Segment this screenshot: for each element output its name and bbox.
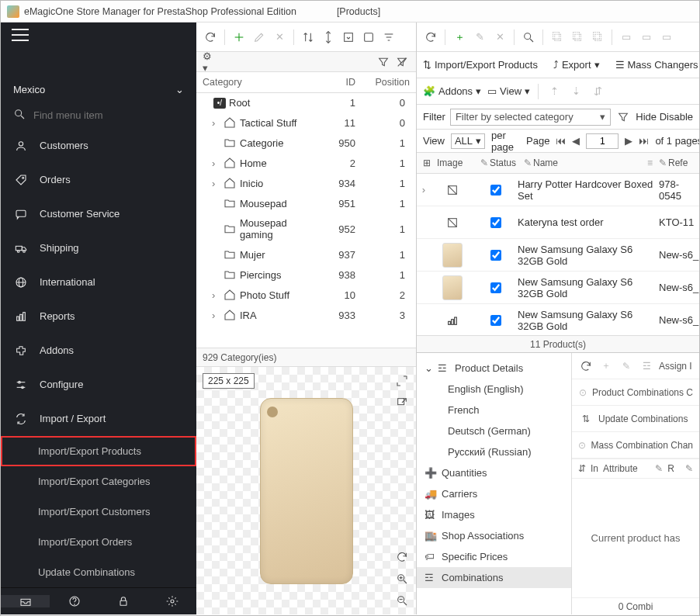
status-checkbox[interactable] xyxy=(490,185,501,196)
first-page-icon[interactable]: ⏮ xyxy=(556,133,566,149)
zoom-out-icon[interactable] xyxy=(394,593,410,608)
export-link[interactable]: ⤴Export ▾ xyxy=(553,59,600,71)
update-combinations-link[interactable]: Update Combinations xyxy=(598,414,688,424)
category-row[interactable]: › Home21 xyxy=(196,153,416,173)
sidebar-sub-import-export-products[interactable]: Import/Export Products xyxy=(1,436,196,466)
detail-section[interactable]: ☲Combinations xyxy=(417,567,571,588)
col-category[interactable]: Category xyxy=(203,77,317,88)
add-icon[interactable] xyxy=(231,29,247,45)
expand-col[interactable]: ⊞ xyxy=(420,156,434,170)
sidebar-item-configure[interactable]: Configure xyxy=(1,368,196,402)
next-page-icon[interactable]: ▶ xyxy=(625,133,632,149)
status-checkbox[interactable] xyxy=(490,217,501,228)
status-checkbox[interactable] xyxy=(490,315,501,326)
col-ref[interactable]: ✎Refe xyxy=(656,156,696,170)
product-row[interactable]: Kateryna test orderKTO-11 xyxy=(417,206,699,239)
sidebar-item-customer-service[interactable]: Customer Service xyxy=(1,197,196,231)
col-id[interactable]: ID xyxy=(317,77,355,88)
region-selector[interactable]: Mexico ⌄ xyxy=(1,78,196,102)
product-row[interactable]: › Harry Potter Hardcover Boxed Set978-05… xyxy=(417,174,699,206)
page-input[interactable] xyxy=(586,133,619,149)
sort-down-icon[interactable]: ⇣ xyxy=(568,84,584,99)
menu-search[interactable] xyxy=(1,102,196,129)
sidebar-item-import-export[interactable]: Import / Export xyxy=(1,402,196,436)
category-row[interactable]: Categorie9501 xyxy=(196,133,416,153)
sidebar-item-shipping[interactable]: Shipping xyxy=(1,231,196,265)
sidebar-sub-import-export-orders[interactable]: Import/Export Orders xyxy=(1,527,196,557)
copy-icon[interactable]: ⿻ xyxy=(549,29,565,45)
lang-item[interactable]: English (English) xyxy=(417,379,571,400)
edit-icon[interactable] xyxy=(251,29,267,45)
import-export-link[interactable]: ⇅Import/Export Products xyxy=(423,59,538,71)
sort-swap-icon[interactable]: ⇵ xyxy=(590,84,605,99)
assign-link[interactable]: Assign I xyxy=(659,361,692,372)
product-details-header[interactable]: ⌄☲Product Details xyxy=(417,358,571,379)
col-name[interactable]: ✎Name≡ xyxy=(521,156,656,170)
lang-item[interactable]: French xyxy=(417,400,571,420)
sidebar-sub-import-export-customers[interactable]: Import/Export Customers xyxy=(1,497,196,527)
help-icon[interactable] xyxy=(50,595,99,607)
mass-combination-link[interactable]: Mass Combination Chan xyxy=(591,440,693,451)
sidebar-sub-update-combinations[interactable]: Update Combinations xyxy=(1,557,196,587)
product-combinations-link[interactable]: Product Combinations C xyxy=(592,387,693,398)
delete-icon[interactable]: ✕ xyxy=(492,29,508,45)
mass-changers-link[interactable]: ☰Mass Changers ▾ xyxy=(615,59,700,71)
status-checkbox[interactable] xyxy=(490,250,501,261)
sidebar-item-orders[interactable]: Orders xyxy=(1,163,196,197)
delete-icon[interactable]: ✕ xyxy=(272,29,287,45)
copy3-icon[interactable]: ⿻ xyxy=(590,29,605,45)
category-row[interactable]: Mujer9371 xyxy=(196,244,416,265)
popout-icon[interactable] xyxy=(394,395,410,410)
funnel-clear-icon[interactable] xyxy=(394,54,410,70)
filter-select[interactable]: Filter by selected category▾ xyxy=(450,109,611,126)
funnel-icon[interactable] xyxy=(376,54,391,70)
sidebar-item-addons[interactable]: Addons xyxy=(1,334,196,368)
status-checkbox[interactable] xyxy=(490,282,501,293)
search-icon[interactable] xyxy=(521,29,536,45)
category-row[interactable]: •/ Root10 xyxy=(196,93,416,112)
filter-list-icon[interactable] xyxy=(381,29,397,45)
sort-up-icon[interactable]: ⇡ xyxy=(546,84,562,99)
funnel-icon[interactable] xyxy=(615,109,631,125)
sidebar-item-international[interactable]: International xyxy=(1,265,196,299)
clip2-icon[interactable]: ▭ xyxy=(639,29,654,45)
gear-icon[interactable] xyxy=(147,595,196,607)
category-row[interactable]: Piercings9381 xyxy=(196,265,416,285)
category-row[interactable]: › Photo Stuff102 xyxy=(196,285,416,305)
detail-section[interactable]: ➕Quantities xyxy=(417,462,571,483)
refresh-icon[interactable] xyxy=(423,29,438,45)
category-row[interactable]: › Inicio9341 xyxy=(196,173,416,193)
import-icon[interactable] xyxy=(341,29,356,45)
product-row[interactable]: New Samsung Galaxy S6 32GB GoldNew-s6_ xyxy=(417,239,699,272)
inbox-icon[interactable] xyxy=(1,595,50,607)
sidebar-sub-import-export-categories[interactable]: Import/Export Categories xyxy=(1,466,196,497)
detail-section[interactable]: 🏬Shop Associations xyxy=(417,525,571,546)
last-page-icon[interactable]: ⏭ xyxy=(639,133,649,149)
settings-icon[interactable]: ⚙ ▾ xyxy=(203,54,218,70)
prev-page-icon[interactable]: ◀ xyxy=(572,133,580,149)
lang-item[interactable]: Deutsch (German) xyxy=(417,420,571,441)
zoom-in-icon[interactable] xyxy=(394,571,410,587)
addons-dropdown[interactable]: 🧩 Addons ▾ xyxy=(423,85,481,97)
sidebar-item-reports[interactable]: Reports xyxy=(1,299,196,334)
category-row[interactable]: › IRA9333 xyxy=(196,305,416,325)
lang-item[interactable]: Русский (Russian) xyxy=(417,441,571,462)
add-icon[interactable]: ＋ xyxy=(452,29,467,45)
category-row[interactable]: Mousepad gaming9521 xyxy=(196,213,416,244)
col-image[interactable]: Image xyxy=(434,156,477,170)
col-position[interactable]: Position xyxy=(355,77,410,88)
swap-icon[interactable] xyxy=(300,29,316,45)
refresh-icon[interactable] xyxy=(203,29,218,45)
refresh-icon[interactable] xyxy=(578,358,594,374)
category-row[interactable]: › Tactical Stuff110 xyxy=(196,112,416,133)
sidebar-item-customers[interactable]: Customers xyxy=(1,129,196,163)
detail-section[interactable]: 🏷Specific Prices xyxy=(417,546,571,567)
category-row[interactable]: Mousepad9511 xyxy=(196,193,416,213)
move-icon[interactable] xyxy=(321,29,336,45)
view-dropdown[interactable]: ▭ View ▾ xyxy=(487,85,530,97)
clip1-icon[interactable]: ▭ xyxy=(619,29,634,45)
col-status[interactable]: ✎Status xyxy=(477,156,521,170)
detail-section[interactable]: 🚚Carriers xyxy=(417,483,571,504)
view-all-select[interactable]: ALL ▾ xyxy=(451,133,485,149)
copy2-icon[interactable]: ⿻ xyxy=(570,29,585,45)
